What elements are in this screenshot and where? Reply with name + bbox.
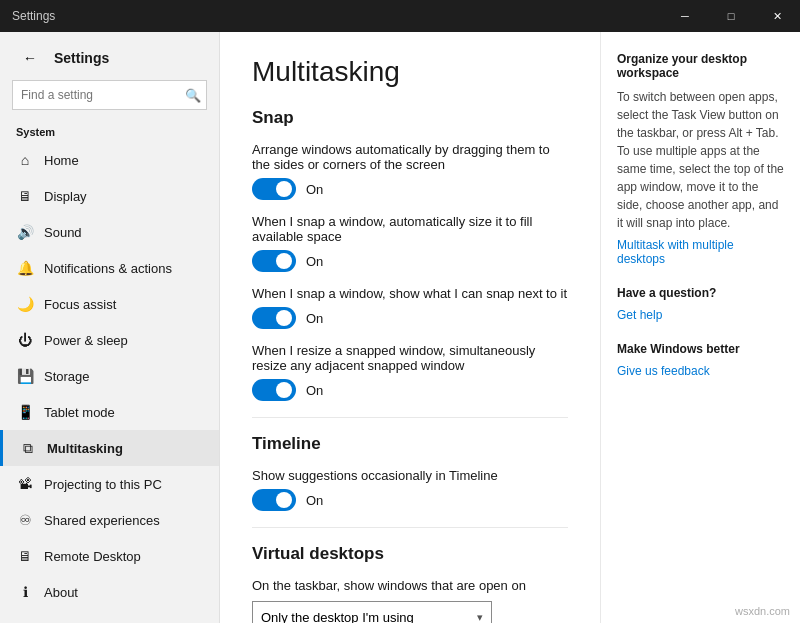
snap-setting-row-1: When I snap a window, automatically size… [252,214,568,272]
snap-setting-row-0: Arrange windows automatically by draggin… [252,142,568,200]
sidebar-item-about[interactable]: ℹ About [0,574,219,610]
snap-toggle-2[interactable] [252,307,296,329]
maximize-button[interactable]: □ [708,0,754,32]
snap-toggle-row-3: On [252,379,568,401]
taskbar-setting-label: On the taskbar, show windows that are op… [252,578,568,593]
back-button[interactable]: ← [16,44,44,72]
power-icon: ⏻ [16,331,34,349]
taskbar-setting-row: On the taskbar, show windows that are op… [252,578,568,623]
remote-icon: 🖥 [16,547,34,565]
sidebar-item-label-power: Power & sleep [44,333,128,348]
timeline-toggle-0[interactable] [252,489,296,511]
sidebar-item-multitasking[interactable]: ⧉ Multitasking [0,430,219,466]
workspace-panel-link[interactable]: Multitask with multiple desktops [617,238,734,266]
timeline-section-title: Timeline [252,434,568,454]
sidebar-item-label-multitasking: Multitasking [47,441,123,456]
snap-description-1: When I snap a window, automatically size… [252,214,568,244]
snap-description-2: When I snap a window, show what I can sn… [252,286,568,301]
better-panel-section: Make Windows better Give us feedback [617,342,784,378]
sidebar-item-focus[interactable]: 🌙 Focus assist [0,286,219,322]
page-title: Multitasking [252,56,568,88]
sidebar-item-label-notifications: Notifications & actions [44,261,172,276]
sidebar-item-storage[interactable]: 💾 Storage [0,358,219,394]
titlebar-title: Settings [12,9,55,23]
shared-icon: ♾ [16,511,34,529]
sidebar-app-title: Settings [54,50,109,66]
snap-description-3: When I resize a snapped window, simultan… [252,343,568,373]
main-content: Multitasking Snap Arrange windows automa… [220,32,600,623]
titlebar: Settings ─ □ ✕ [0,0,800,32]
home-icon: ⌂ [16,151,34,169]
sidebar-item-remote[interactable]: 🖥 Remote Desktop [0,538,219,574]
question-panel-title: Have a question? [617,286,784,300]
question-panel-section: Have a question? Get help [617,286,784,322]
tablet-icon: 📱 [16,403,34,421]
storage-icon: 💾 [16,367,34,385]
timeline-setting-row-0: Show suggestions occasionally in Timelin… [252,468,568,511]
feedback-link[interactable]: Give us feedback [617,364,710,378]
taskbar-dropdown-chevron: ▾ [477,611,483,624]
snap-setting-row-2: When I snap a window, show what I can sn… [252,286,568,329]
snap-settings: Arrange windows automatically by draggin… [252,142,568,401]
get-help-link[interactable]: Get help [617,308,662,322]
sidebar-section-label: System [0,118,219,142]
app-container: ← Settings 🔍 System ⌂ Home 🖥 Display 🔊 S… [0,32,800,623]
close-button[interactable]: ✕ [754,0,800,32]
search-input[interactable] [12,80,207,110]
sidebar-item-label-storage: Storage [44,369,90,384]
multitasking-icon: ⧉ [19,439,37,457]
sidebar-item-shared[interactable]: ♾ Shared experiences [0,502,219,538]
minimize-button[interactable]: ─ [662,0,708,32]
watermark: wsxdn.com [735,605,790,617]
taskbar-dropdown-value: Only the desktop I'm using [261,610,414,624]
sidebar-item-label-home: Home [44,153,79,168]
search-box: 🔍 [12,80,207,110]
better-panel-title: Make Windows better [617,342,784,356]
sidebar-item-power[interactable]: ⏻ Power & sleep [0,322,219,358]
sidebar-item-label-projecting: Projecting to this PC [44,477,162,492]
divider-2 [252,527,568,528]
right-panel: Organize your desktop workspace To switc… [600,32,800,623]
sidebar-item-label-sound: Sound [44,225,82,240]
titlebar-controls: ─ □ ✕ [662,0,800,32]
sidebar-item-label-display: Display [44,189,87,204]
display-icon: 🖥 [16,187,34,205]
snap-toggle-row-1: On [252,250,568,272]
sidebar-item-projecting[interactable]: 📽 Projecting to this PC [0,466,219,502]
snap-toggle-1[interactable] [252,250,296,272]
sidebar-item-display[interactable]: 🖥 Display [0,178,219,214]
snap-section-title: Snap [252,108,568,128]
sidebar-items: ⌂ Home 🖥 Display 🔊 Sound 🔔 Notifications… [0,142,219,610]
workspace-panel-title: Organize your desktop workspace [617,52,784,80]
snap-toggle-label-1: On [306,254,323,269]
snap-description-0: Arrange windows automatically by draggin… [252,142,568,172]
sidebar-item-label-tablet: Tablet mode [44,405,115,420]
divider-1 [252,417,568,418]
sound-icon: 🔊 [16,223,34,241]
search-icon: 🔍 [185,88,201,103]
timeline-settings: Show suggestions occasionally in Timelin… [252,468,568,511]
sidebar-item-home[interactable]: ⌂ Home [0,142,219,178]
projecting-icon: 📽 [16,475,34,493]
focus-icon: 🌙 [16,295,34,313]
virtual-desktops-section-title: Virtual desktops [252,544,568,564]
sidebar-item-label-remote: Remote Desktop [44,549,141,564]
workspace-panel-section: Organize your desktop workspace To switc… [617,52,784,266]
sidebar-item-notifications[interactable]: 🔔 Notifications & actions [0,250,219,286]
timeline-toggle-row-0: On [252,489,568,511]
sidebar-item-label-shared: Shared experiences [44,513,160,528]
sidebar-item-tablet[interactable]: 📱 Tablet mode [0,394,219,430]
taskbar-dropdown[interactable]: Only the desktop I'm using ▾ [252,601,492,623]
sidebar-item-sound[interactable]: 🔊 Sound [0,214,219,250]
snap-toggle-0[interactable] [252,178,296,200]
workspace-panel-text: To switch between open apps, select the … [617,88,784,232]
snap-toggle-label-2: On [306,311,323,326]
snap-toggle-label-3: On [306,383,323,398]
sidebar: ← Settings 🔍 System ⌂ Home 🖥 Display 🔊 S… [0,32,220,623]
snap-setting-row-3: When I resize a snapped window, simultan… [252,343,568,401]
sidebar-item-label-focus: Focus assist [44,297,116,312]
snap-toggle-row-0: On [252,178,568,200]
sidebar-item-label-about: About [44,585,78,600]
snap-toggle-3[interactable] [252,379,296,401]
snap-toggle-label-0: On [306,182,323,197]
